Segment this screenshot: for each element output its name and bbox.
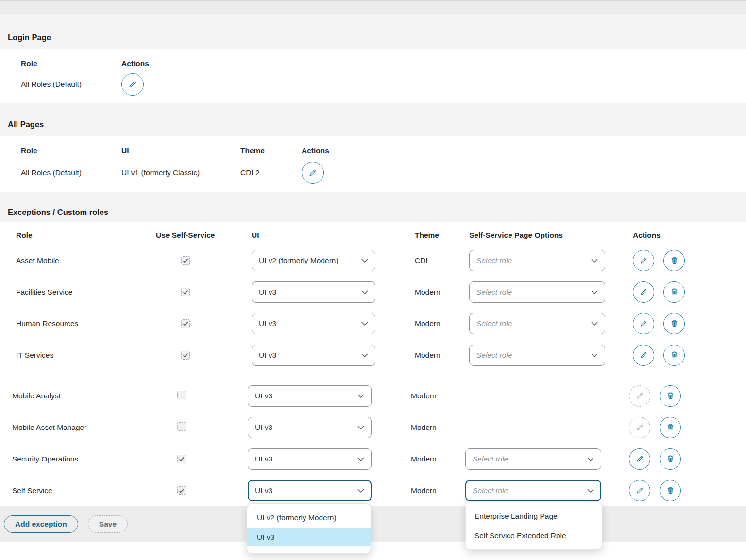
chevron-down-icon — [357, 394, 364, 398]
edit-button[interactable] — [121, 73, 144, 96]
delete-button[interactable] — [663, 250, 685, 271]
role-cell: Mobile Asset Manager — [12, 423, 152, 432]
role-cell: Self Service — [12, 486, 152, 495]
delete-button[interactable] — [660, 448, 681, 470]
use-self-service-checkbox[interactable] — [177, 486, 186, 495]
role-cell: Asset Mobile — [16, 256, 156, 265]
login-actions-header: Actions — [121, 59, 149, 68]
use-self-service-checkbox[interactable] — [177, 455, 186, 463]
exceptions-theme-header: Theme — [415, 231, 469, 240]
dropdown-option[interactable]: Self Service Extended Role — [466, 526, 602, 545]
table-row: Asset Mobile UI v2 (formerly Modern) CDL… — [4, 245, 746, 276]
ui-select-value: UI v3 — [255, 486, 272, 495]
delete-button[interactable] — [660, 385, 681, 407]
check-icon — [179, 457, 185, 461]
allpages-theme-header: Theme — [240, 147, 302, 155]
edit-button — [629, 417, 650, 438]
ui-select-value: UI v3 — [259, 351, 276, 360]
edit-button[interactable] — [633, 345, 654, 366]
chevron-down-icon — [357, 426, 364, 429]
chevron-down-icon — [357, 489, 364, 493]
theme-cell: Modern — [411, 392, 465, 400]
trash-icon — [670, 256, 679, 265]
trash-icon — [670, 287, 679, 296]
use-self-service-checkbox[interactable] — [181, 319, 190, 328]
ui-select[interactable]: UI v3 — [248, 417, 372, 438]
use-self-service-checkbox[interactable] — [181, 256, 190, 265]
ui-select[interactable]: UI v3 — [252, 281, 375, 303]
use-self-service-checkbox[interactable] — [177, 391, 186, 399]
role-cell: IT Services — [16, 351, 156, 360]
ui-select-dropdown-menu: UI v2 (formerly Modern) UI v3 — [247, 503, 371, 554]
table-row: Mobile Asset Manager UI v3 Modern — [0, 412, 746, 443]
options-select-placeholder: Select role — [476, 319, 512, 328]
chevron-down-icon — [361, 290, 368, 294]
ui-select[interactable]: UI v3 — [248, 385, 372, 407]
ui-select[interactable]: UI v2 (formerly Modern) — [252, 250, 375, 271]
trash-icon — [666, 391, 675, 400]
theme-cell: Modern — [411, 486, 465, 495]
theme-cell: CDL — [415, 256, 469, 265]
edit-button[interactable] — [629, 448, 650, 470]
edit-button[interactable] — [302, 162, 324, 184]
pencil-icon — [308, 168, 318, 178]
self-service-page-options-select[interactable]: Select role — [469, 250, 605, 271]
exceptions-use-self-service-header: Use Self-Service — [156, 231, 252, 240]
exceptions-title: Exceptions / Custom roles — [8, 208, 746, 217]
chevron-down-icon — [591, 353, 598, 357]
use-self-service-checkbox[interactable] — [181, 351, 190, 360]
allpages-ui-header: UI — [121, 147, 240, 155]
dropdown-option-highlighted[interactable]: UI v3 — [247, 528, 371, 546]
use-self-service-checkbox[interactable] — [177, 422, 186, 431]
pencil-icon — [639, 287, 648, 296]
delete-button[interactable] — [660, 417, 681, 438]
options-select-placeholder: Select role — [476, 288, 512, 296]
self-service-page-options-select[interactable]: Select role — [469, 345, 605, 366]
edit-button[interactable] — [633, 313, 654, 334]
delete-button[interactable] — [660, 480, 681, 501]
add-exception-button[interactable]: Add exception — [4, 515, 78, 533]
delete-button[interactable] — [663, 345, 685, 366]
exceptions-role-header: Role — [16, 231, 156, 240]
table-row: Facilities Service UI v3 Modern Select r… — [4, 276, 746, 308]
check-icon — [183, 353, 188, 358]
ui-select[interactable]: UI v3 — [252, 345, 375, 366]
pencil-icon — [639, 350, 648, 360]
role-cell: Mobile Analyst — [12, 392, 152, 400]
ui-select[interactable]: UI v3 — [252, 313, 375, 334]
pencil-icon — [639, 319, 648, 328]
dropdown-option[interactable]: UI v2 (formerly Modern) — [247, 508, 371, 528]
ui-select-value: UI v2 (formerly Modern) — [259, 256, 339, 265]
edit-button[interactable] — [633, 250, 654, 271]
options-select-placeholder: Select role — [473, 455, 508, 463]
bottom-spacer — [0, 542, 746, 560]
self-service-page-options-select[interactable]: Select role — [469, 281, 605, 303]
edit-button[interactable] — [633, 281, 654, 303]
delete-button[interactable] — [663, 313, 685, 334]
pencil-icon — [635, 454, 644, 463]
footer-toolbar: Add exception Save — [0, 506, 746, 542]
login-role-header: Role — [21, 59, 121, 68]
options-select-dropdown-menu: Enterprise Landing Page Self Service Ext… — [465, 501, 602, 550]
login-page-title: Login Page — [8, 33, 746, 42]
options-select-placeholder: Select role — [476, 351, 512, 360]
table-row: All Roles (Default) — [4, 71, 746, 98]
pencil-icon — [635, 486, 644, 495]
use-self-service-checkbox[interactable] — [181, 288, 190, 296]
edit-button[interactable] — [629, 480, 650, 501]
save-button[interactable]: Save — [88, 515, 128, 533]
self-service-page-options-select[interactable]: Select role — [465, 448, 601, 470]
allpages-role-header: Role — [21, 147, 121, 155]
self-service-page-options-select[interactable]: Select role — [465, 480, 601, 501]
trash-icon — [666, 486, 675, 495]
ui-select[interactable]: UI v3 — [248, 480, 372, 501]
delete-button[interactable] — [663, 281, 685, 303]
role-cell: Security Operations — [12, 455, 152, 463]
self-service-page-options-select[interactable]: Select role — [469, 313, 605, 334]
ui-select[interactable]: UI v3 — [248, 448, 372, 470]
trash-icon — [666, 423, 675, 432]
chevron-down-icon — [361, 322, 368, 326]
chevron-down-icon — [587, 457, 594, 461]
dropdown-option[interactable]: Enterprise Landing Page — [466, 507, 602, 526]
ui-select-value: UI v3 — [255, 423, 272, 432]
